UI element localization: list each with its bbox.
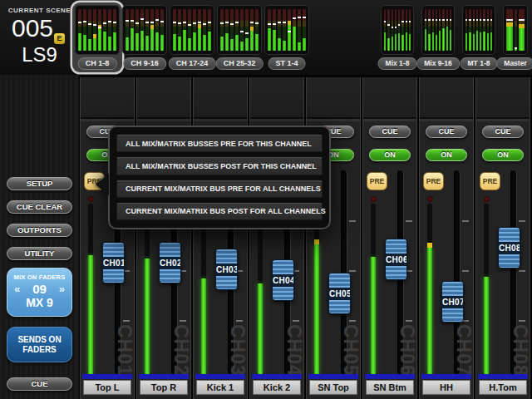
level-meter-fill [88,255,93,375]
fader-scale-tick [349,270,356,272]
level-meter-peak [427,243,432,248]
fader-position-mark [432,19,434,21]
channel-name-plate[interactable]: Kick 1 [196,380,244,395]
fader-knob-ch01[interactable]: CH01 [102,242,125,283]
meter-level [173,34,176,51]
popup-item-all-mix-matrix-busses-post-for[interactable]: ALL MIX/MATRIX BUSSES POST FOR THIS CHAN… [116,157,323,175]
meter-level [278,38,281,51]
meter-bar [183,9,186,51]
next-mix-icon[interactable]: » [59,283,65,295]
sidebar-button-utility[interactable]: UTILITY [7,247,72,260]
eq-thumbnail-panel[interactable] [420,77,473,119]
popup-item-current-mix-matrix-bus-pre-for[interactable]: CURRENT MIX/MATRIX BUS PRE FOR ALL CHANN… [116,180,323,198]
channel-name-plate[interactable]: Kick 2 [253,380,301,395]
meter-level [406,32,407,52]
fader-knob-label: CH02 [160,257,180,269]
fader-scale-tick [123,320,130,322]
meter-bar [88,9,91,51]
popup-item-current-mix-matrix-bus-post-fo[interactable]: CURRENT MIX/MATRIX BUS POST FOR ALL CHAN… [116,203,323,220]
cue-button-ch08[interactable]: CUE [482,126,524,138]
meter-block-mix-1-8[interactable]: Mix 1-8 [378,2,416,72]
meter-bar [188,9,191,51]
fader-knob-ch03[interactable]: CH03 [215,249,238,290]
fader-knob-ch04[interactable]: CH04 [272,259,294,301]
meter-bar [439,9,441,51]
meter-bar [178,9,181,51]
fader-knob-ridges [442,282,463,296]
meter-box [264,5,309,55]
channel-name-plate[interactable]: H.Tom [479,380,527,395]
channel-name-plate[interactable]: SN Top [309,380,357,395]
fader-position-mark [398,24,400,26]
sidebar-button-cue-clear[interactable]: CUE CLEAR [7,200,72,214]
meter-block-ch-9-16[interactable]: CH 9-16 [120,2,170,72]
fader-knob-ridges [103,243,124,257]
eq-thumbnail-panel[interactable] [363,77,416,119]
eq-thumbnail-panel[interactable] [194,77,247,119]
meter-bar [220,9,224,51]
meter-peak-segment [250,27,254,31]
meter-block-ch-17-24[interactable]: CH 17-24 [167,2,217,72]
fader-knob-ch08[interactable]: CH08 [498,227,520,268]
eq-thumbnail-panel[interactable] [250,77,303,119]
popup-item-all-mix-matrix-busses-pre-for[interactable]: ALL MIX/MATRIX BUSSES PRE FOR THIS CHANN… [116,135,323,152]
meter-block-ch-1-8[interactable]: CH 1-8 [72,2,122,72]
channel-name-plate[interactable]: Top L [83,380,131,395]
previous-mix-icon[interactable]: « [14,283,20,295]
fader-knob-ch05[interactable]: CH05 [328,273,351,314]
fader-knob-ch07[interactable]: CH07 [441,281,464,323]
meter-block-ch-25-32[interactable]: CH 25-32 [214,2,264,72]
on-button-ch08[interactable]: ON [482,149,524,161]
master-cue-button[interactable]: CUE [7,377,72,391]
meter-level [140,31,144,51]
eq-thumbnail-panel[interactable] [307,77,360,119]
meter-block-mix-9-16[interactable]: Mix 9-16 [419,2,457,72]
sidebar-button-setup[interactable]: SETUP [7,177,72,190]
level-meter-fill [314,244,319,374]
pre-post-button-ch06[interactable]: PRE [367,172,387,190]
eq-thumbnail-panel[interactable] [476,77,530,119]
pre-post-button-ch08[interactable]: PRE [480,172,500,190]
channel-id-watermark: CH07 [452,324,474,377]
channel-name-plate[interactable]: HH [422,380,470,395]
meter-bar [487,9,489,51]
meter-bar [392,9,393,51]
on-button-ch06[interactable]: ON [369,149,411,161]
meter-bar [98,9,101,51]
fader-position-mark [288,31,291,32]
sends-on-faders-button[interactable]: SENDS ON FADERS [7,327,72,362]
mix-on-faders-selector[interactable]: MIX ON FADERS « 09 » MX 9 [7,268,72,317]
meter-block-master[interactable]: Master [500,2,530,72]
fader-position-mark [135,22,139,24]
eq-thumbnail-panel[interactable] [137,77,190,119]
fader-knob-ridges [442,308,463,323]
pre-post-button-ch07[interactable]: PRE [423,172,444,190]
fader-position-mark [384,21,386,22]
meter-block-mt-1-8[interactable]: MT 1-8 [460,2,498,72]
fader-position-mark [515,47,517,49]
meter-block-st-1-4[interactable]: ST 1-4 [262,2,312,72]
meter-level [160,35,164,51]
fader-position-mark [466,19,467,21]
fader-knob-ridges [103,269,124,283]
meter-peak-segment [150,25,154,29]
cue-button-ch07[interactable]: CUE [426,126,467,138]
on-button-ch07[interactable]: ON [426,149,467,161]
channel-name-plate[interactable]: Top R [140,380,188,395]
channel-name-plate[interactable]: SN Btm [366,380,414,395]
sidebar-button-outports[interactable]: OUTPORTS [7,224,72,237]
fader-position-mark [392,27,393,28]
meter-bar [384,9,386,51]
fader-position-mark [220,22,224,24]
meter-peak-segment [198,24,201,28]
fader-position-mark [203,23,206,25]
fader-knob-ch02[interactable]: CH02 [159,242,181,283]
channel-id-watermark: CH08 [509,324,530,377]
meter-bar [466,9,467,51]
fader-knob-ch06[interactable]: CH06 [385,239,407,280]
meter-level [293,27,296,51]
cue-button-ch06[interactable]: CUE [369,126,411,138]
fader-position-mark [436,19,437,21]
meter-level [178,37,181,51]
eq-thumbnail-panel[interactable] [81,77,134,119]
